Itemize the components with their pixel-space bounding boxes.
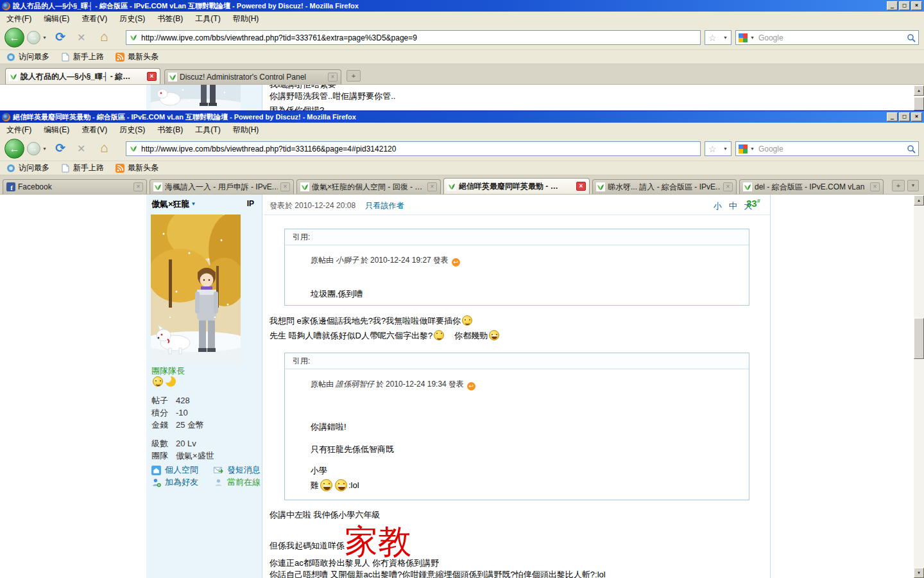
avatar[interactable] <box>151 215 241 362</box>
url-dropdown-icon[interactable]: ▼ <box>723 146 728 151</box>
search-input[interactable] <box>757 33 907 42</box>
magnifier-icon[interactable] <box>907 144 916 153</box>
tab-close-button[interactable]: × <box>133 182 143 191</box>
ip-label[interactable]: IP <box>247 199 254 208</box>
url-bar[interactable] <box>126 30 701 45</box>
bookmark-most-visited[interactable]: 访问最多 <box>4 162 52 173</box>
floor-number[interactable]: 33# <box>746 198 760 209</box>
new-tab-button[interactable]: + <box>892 180 905 191</box>
url-dropdown-icon[interactable]: ▼ <box>723 35 728 40</box>
tab-thread-1[interactable]: 說人冇品的人—§小§_暉┤ - 綜… × <box>5 68 160 84</box>
add-friend-link[interactable]: 加為好友 <box>165 477 205 488</box>
tab-appeal[interactable]: 海楓請入一入 - 用戶申訴 - IPvE.… × <box>150 179 294 194</box>
bookmark-getting-started[interactable]: 新手上路 <box>58 162 107 173</box>
magnifier-icon[interactable] <box>907 33 916 42</box>
bookmark-getting-started[interactable]: 新手上路 <box>58 51 107 62</box>
rank-emoticons <box>151 376 177 387</box>
tab-close-button[interactable]: × <box>427 182 437 191</box>
tab-current-thread[interactable]: 絕信咩英最廢同咩英最勁 - … × <box>443 178 590 194</box>
close-button[interactable]: × <box>911 1 922 10</box>
bookmark-latest-headlines[interactable]: 最新头条 <box>113 162 161 173</box>
tab-close-button[interactable]: × <box>280 182 290 191</box>
author-name[interactable]: 傲氣×狂龍▼ <box>151 198 196 210</box>
titlebar[interactable]: 絕信咩英最廢同咩英最勁 - 綜合版區 - IPvE.COM vLan 互聯對戰論… <box>0 111 924 123</box>
menu-edit[interactable]: 编辑(E) <box>44 13 69 24</box>
reload-button[interactable]: ⟳ <box>55 141 65 155</box>
maximize-button[interactable]: □ <box>899 112 910 121</box>
search-input[interactable] <box>757 144 907 153</box>
scrollbar[interactable]: ▲ <box>914 85 924 110</box>
minimize-button[interactable]: _ <box>887 1 898 10</box>
tab-discuz-admin[interactable]: Discuz! Administrator's Control Panel × <box>164 69 341 84</box>
scroll-up-button[interactable]: ▲ <box>914 195 924 206</box>
tab-profile-space[interactable]: 傲氣×狂龍的個人空間 - 回復 - … × <box>296 179 441 194</box>
menu-file[interactable]: 文件(F) <box>6 13 31 24</box>
tab-close-button[interactable]: × <box>576 182 586 191</box>
url-bar[interactable] <box>126 141 701 156</box>
online-status[interactable]: 當前在線 <box>227 477 261 488</box>
scroll-up-button[interactable]: ▲ <box>914 85 924 96</box>
minimize-button[interactable]: _ <box>887 112 898 121</box>
back-button[interactable]: ← <box>4 139 24 159</box>
bookmark-latest-headlines[interactable]: 最新头条 <box>113 51 161 62</box>
menu-bookmarks[interactable]: 书签(B) <box>157 13 183 24</box>
menu-help[interactable]: 帮助(H) <box>233 13 259 24</box>
menu-tools[interactable]: 工具(T) <box>195 125 220 136</box>
forward-button[interactable]: → <box>27 142 40 155</box>
reload-button[interactable]: ⟳ <box>55 30 65 44</box>
menu-tools[interactable]: 工具(T) <box>195 13 220 24</box>
menu-view[interactable]: 查看(V) <box>81 125 107 136</box>
avatar-image-fragment[interactable] <box>151 85 241 110</box>
menu-history[interactable]: 历史(S) <box>119 125 145 136</box>
search-engine-dropdown-icon[interactable]: ▼ <box>750 146 755 151</box>
tab-del-thread[interactable]: del - 綜合版區 - IPvE.COM vLan … × <box>739 179 884 194</box>
tab-close-button[interactable]: × <box>328 73 338 82</box>
search-engine-dropdown-icon[interactable]: ▼ <box>750 35 755 40</box>
font-medium-link[interactable]: 中 <box>729 201 737 211</box>
stop-button[interactable]: ✕ <box>77 143 85 155</box>
list-all-tabs-icon[interactable]: ▼ <box>907 180 919 191</box>
home-button[interactable]: ⌂ <box>100 29 108 44</box>
menu-history[interactable]: 历史(S) <box>119 13 145 24</box>
only-author-link[interactable]: 只看該作者 <box>365 201 404 210</box>
menu-bookmarks[interactable]: 书签(B) <box>157 125 183 136</box>
tab-watch-thread[interactable]: 睇水呀... 請入 - 綜合版區 - IPvE.… × <box>592 179 737 194</box>
chevron-down-icon[interactable]: ▼ <box>191 201 196 207</box>
personal-space-link[interactable]: 個人空間 <box>165 464 205 476</box>
tab-close-button[interactable]: × <box>870 182 880 191</box>
send-message-link[interactable]: 發短消息 <box>227 464 261 476</box>
history-dropdown-icon[interactable]: ▼ <box>42 35 47 40</box>
titlebar[interactable]: 說人冇品的人—§小§_暉┤ - 綜合版區 - IPvE.COM vLan 互聯對… <box>0 0 924 12</box>
scroll-thumb[interactable] <box>914 318 924 359</box>
close-button[interactable]: × <box>911 112 922 121</box>
bookmark-star-icon[interactable]: ☆ <box>708 144 717 153</box>
bookmark-most-visited[interactable]: 访问最多 <box>4 51 52 62</box>
maximize-button[interactable]: □ <box>899 1 910 10</box>
goto-quoted-post-icon[interactable]: ↩ <box>467 382 475 390</box>
search-box[interactable]: ▼ <box>735 141 919 156</box>
goto-quoted-post-icon[interactable]: ↩ <box>452 258 460 267</box>
scroll-thumb[interactable] <box>914 97 924 110</box>
quoted-username[interactable]: 誰係弱智仔 <box>336 380 374 389</box>
new-tab-button[interactable]: + <box>346 70 361 82</box>
font-small-link[interactable]: 小 <box>714 201 722 211</box>
scroll-down-button[interactable]: ▼ <box>914 568 924 578</box>
quoted-username[interactable]: 小獅子 <box>336 256 359 265</box>
menu-help[interactable]: 帮助(H) <box>233 125 259 136</box>
history-dropdown-icon[interactable]: ▼ <box>42 146 47 151</box>
stop-button[interactable]: ✕ <box>77 31 85 44</box>
forward-button[interactable]: → <box>27 31 40 44</box>
menu-file[interactable]: 文件(F) <box>6 125 31 136</box>
menu-view[interactable]: 查看(V) <box>81 13 107 24</box>
url-input[interactable] <box>141 143 700 155</box>
home-button[interactable]: ⌂ <box>100 140 108 155</box>
scrollbar[interactable]: ▲ ▼ <box>914 195 924 578</box>
menu-edit[interactable]: 编辑(E) <box>44 125 69 136</box>
url-input[interactable] <box>141 32 700 44</box>
bookmark-star-icon[interactable]: ☆ <box>708 33 717 42</box>
tab-close-button[interactable]: × <box>147 72 157 81</box>
tab-close-button[interactable]: × <box>723 182 733 191</box>
search-box[interactable]: ▼ <box>735 30 919 45</box>
back-button[interactable]: ← <box>4 28 24 48</box>
tab-facebook[interactable]: f Facebook × <box>3 179 147 194</box>
